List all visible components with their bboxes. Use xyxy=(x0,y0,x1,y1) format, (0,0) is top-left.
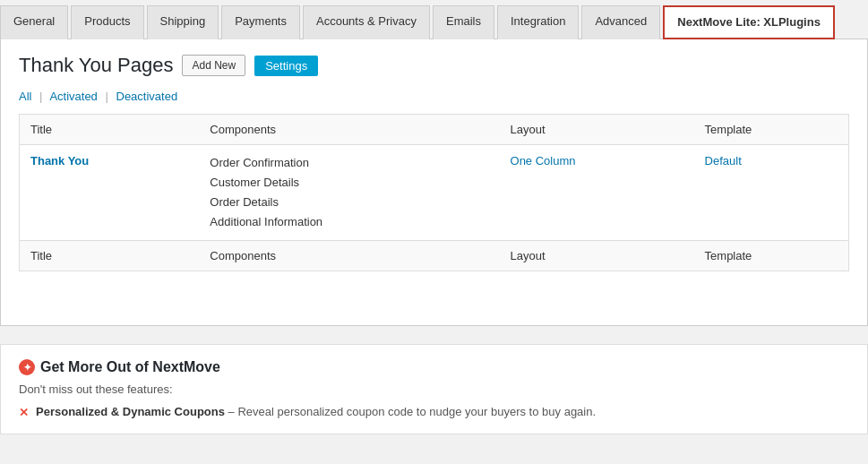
tab-navigation: General Products Shipping Payments Accou… xyxy=(0,0,868,39)
component-3: Order Details xyxy=(210,193,488,212)
filter-separator-2: | xyxy=(105,90,107,103)
foot-col-components: Components xyxy=(199,241,499,271)
tab-nextmove[interactable]: NextMove Lite: XLPlugins xyxy=(663,5,835,39)
cell-layout: One Column xyxy=(500,145,694,241)
table-footer-row: Title Components Layout Template xyxy=(20,241,849,271)
main-content: Thank You Pages Add New Settings All | A… xyxy=(0,39,868,326)
tab-products[interactable]: Products xyxy=(71,5,143,39)
tab-advanced[interactable]: Advanced xyxy=(581,5,660,39)
foot-col-template: Template xyxy=(694,241,849,271)
filter-links: All | Activated | Deactivated xyxy=(19,90,849,103)
table-header-row: Title Components Layout Template xyxy=(20,115,849,145)
col-components: Components xyxy=(199,115,499,145)
page-title-link[interactable]: Thank You xyxy=(30,154,89,168)
settings-button[interactable]: Settings xyxy=(254,56,318,76)
template-link[interactable]: Default xyxy=(705,154,742,168)
col-layout: Layout xyxy=(500,115,694,145)
upsell-heading: Get More Out of NextMove xyxy=(40,359,220,375)
filter-deactivated[interactable]: Deactivated xyxy=(116,90,178,103)
components-list: Order Confirmation Customer Details Orde… xyxy=(210,154,488,231)
feature-description: – Reveal personalized coupon code to nud… xyxy=(228,405,597,418)
col-title: Title xyxy=(20,115,200,145)
tab-shipping[interactable]: Shipping xyxy=(147,5,219,39)
cell-title: Thank You xyxy=(20,145,200,241)
page-title: Thank You Pages xyxy=(19,54,173,77)
add-new-button[interactable]: Add New xyxy=(182,55,245,76)
tab-emails[interactable]: Emails xyxy=(433,5,494,39)
feature-name: Personalized & Dynamic Coupons xyxy=(36,405,225,418)
upsell-title: ✦ Get More Out of NextMove xyxy=(19,359,849,375)
tab-accounts-privacy[interactable]: Accounts & Privacy xyxy=(303,5,430,39)
filter-separator-1: | xyxy=(39,90,42,103)
component-4: Additional Information xyxy=(210,213,488,232)
col-template: Template xyxy=(694,115,849,145)
filter-activated[interactable]: Activated xyxy=(49,90,97,103)
upsell-feature-1: ✕ Personalized & Dynamic Coupons – Revea… xyxy=(19,405,849,419)
feature-text: Personalized & Dynamic Coupons – Reveal … xyxy=(36,405,596,418)
filter-all[interactable]: All xyxy=(19,90,31,103)
component-1: Order Confirmation xyxy=(210,154,488,173)
foot-col-title: Title xyxy=(20,241,200,271)
table-row: Thank You Order Confirmation Customer De… xyxy=(20,145,849,241)
tab-general[interactable]: General xyxy=(0,5,68,39)
cell-template: Default xyxy=(694,145,849,241)
upsell-icon: ✦ xyxy=(19,359,35,375)
upsell-subtitle: Don't miss out these features: xyxy=(19,382,849,396)
cell-components: Order Confirmation Customer Details Orde… xyxy=(199,145,499,241)
x-icon: ✕ xyxy=(19,406,29,419)
thank-you-pages-table: Title Components Layout Template Thank Y… xyxy=(19,114,849,271)
tab-payments[interactable]: Payments xyxy=(221,5,300,39)
foot-col-layout: Layout xyxy=(500,241,694,271)
tab-integration[interactable]: Integration xyxy=(497,5,579,39)
component-2: Customer Details xyxy=(210,174,488,193)
upsell-section: ✦ Get More Out of NextMove Don't miss ou… xyxy=(0,344,868,434)
layout-link[interactable]: One Column xyxy=(511,154,576,168)
page-header: Thank You Pages Add New Settings xyxy=(19,54,849,77)
